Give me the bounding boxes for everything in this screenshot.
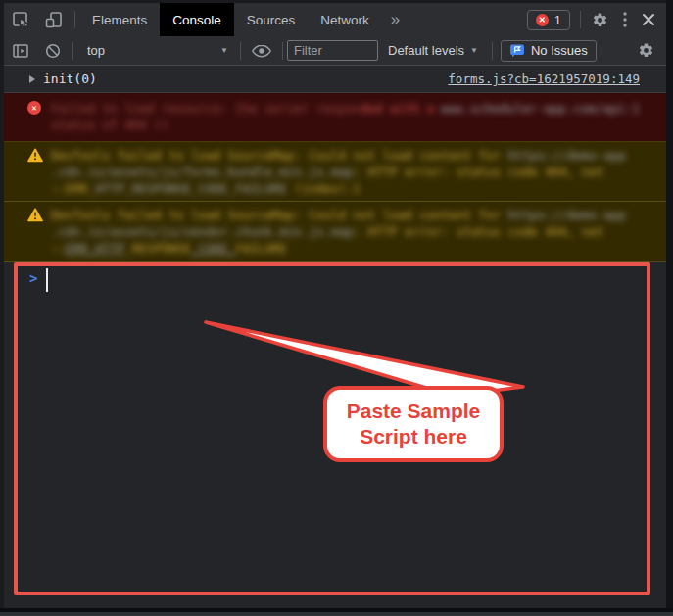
trace-text: init(0) xyxy=(43,71,97,86)
tab-console[interactable]: Console xyxy=(160,3,234,36)
window-frame xyxy=(666,0,673,616)
gear-icon xyxy=(638,42,654,59)
window-frame xyxy=(0,0,4,616)
tab-elements[interactable]: Elements xyxy=(79,3,160,36)
redacted-segment: : HTTP error: status code 404, net xyxy=(354,164,604,180)
inspect-element-button[interactable] xyxy=(4,3,37,36)
device-toolbar-icon xyxy=(44,10,64,29)
inspect-cursor-icon xyxy=(11,10,30,29)
redacted-segment: status of 404 () xyxy=(51,117,168,133)
chevron-down-icon: ▼ xyxy=(220,46,228,55)
error-count: 1 xyxy=(554,13,561,27)
context-value: top xyxy=(87,43,105,58)
tab-sources[interactable]: Sources xyxy=(234,3,309,36)
redacted-segment: _RESPONSE xyxy=(124,240,191,257)
divider xyxy=(282,42,283,60)
error-circle-icon: ✕ xyxy=(536,14,549,26)
eye-icon xyxy=(252,44,271,58)
more-tabs-icon[interactable]: » xyxy=(382,3,409,36)
console-message-warning-2[interactable]: DevTools failed to load SourceMap: Could… xyxy=(4,202,666,262)
javascript-context-selector[interactable]: top ▼ xyxy=(77,43,236,58)
devtools-window: Elements Console Sources Network » ✕ 1 xyxy=(0,0,673,616)
show-console-sidebar-button[interactable] xyxy=(4,41,37,61)
divider xyxy=(580,11,581,28)
issues-label: No Issues xyxy=(531,43,588,58)
redacted-segment: ::ERR_ xyxy=(51,180,95,197)
text-cursor xyxy=(46,268,48,292)
console-settings-button[interactable] xyxy=(631,42,661,59)
console-toolbar: top ▼ Default levels ▼ xyxy=(4,36,666,66)
redacted-segment: _CODE_ xyxy=(191,240,235,257)
console-message-warning-1[interactable]: DevTools failed to load SourceMap: Could… xyxy=(4,142,666,202)
error-count-badge[interactable]: ✕ 1 xyxy=(527,10,570,30)
expand-triangle-icon[interactable] xyxy=(29,75,35,83)
redacted-segment: .cdn.io/assets/js/forms.bundle.min.js.ma… xyxy=(51,164,354,180)
redacted-segment: (index):1 xyxy=(287,180,361,197)
redacted-segment: ERR_HTTP xyxy=(66,240,124,257)
log-levels-dropdown[interactable]: Default levels ▼ xyxy=(378,43,488,58)
redacted-segment: HTTP_RESPONSE_CODE_FAILURE xyxy=(95,180,287,197)
customize-devtools-button[interactable] xyxy=(615,11,635,28)
console-message-error[interactable]: ✕ Failed to load resource: the server re… xyxy=(4,93,666,142)
callout-text-line1: Paste Sample xyxy=(347,399,481,424)
divider xyxy=(72,42,73,60)
divider xyxy=(74,11,75,28)
callout-text-line2: Script here xyxy=(360,424,467,450)
error-circle-icon: ✕ xyxy=(27,101,41,115)
settings-button[interactable] xyxy=(585,12,615,28)
warning-triangle-icon xyxy=(27,208,43,222)
redacted-segment: https://demo-app xyxy=(508,147,626,164)
clear-console-button[interactable] xyxy=(37,42,69,60)
redacted-segment: :: xyxy=(51,240,66,257)
warning-icon-cell xyxy=(27,207,51,226)
redacted-segment: ded with a xyxy=(361,100,434,117)
console-messages: init(0) forms.js?cb=1621957019:149 ✕ Fai… xyxy=(4,66,666,262)
warning-triangle-icon xyxy=(27,148,43,163)
issues-flag-icon xyxy=(509,43,525,58)
warning-icon-cell xyxy=(27,147,51,166)
console-message-trace[interactable]: init(0) forms.js?cb=1621957019:149 xyxy=(4,66,666,93)
tab-network[interactable]: Network xyxy=(308,3,382,36)
gear-icon xyxy=(592,12,608,28)
redacted-segment: DevTools failed to load SourceMap: Could… xyxy=(51,147,508,164)
redacted-segment: FAILURE xyxy=(235,240,287,257)
redacted-segment: : HTTP error: status code 404, net xyxy=(354,223,604,240)
warning-text-redacted: DevTools failed to load SourceMap: Could… xyxy=(51,207,640,257)
devtools-tabs-bar: Elements Console Sources Network » ✕ 1 xyxy=(4,3,666,36)
live-expression-button[interactable] xyxy=(245,44,278,58)
kebab-menu-icon xyxy=(622,11,628,28)
filter-input[interactable] xyxy=(287,40,378,61)
redacted-segment: Failed to load resource: the server resp… xyxy=(51,100,361,117)
chevron-down-icon: ▼ xyxy=(470,46,478,55)
levels-label: Default levels xyxy=(388,43,464,58)
close-devtools-button[interactable] xyxy=(635,13,662,26)
divider xyxy=(492,42,493,60)
sidebar-toggle-icon xyxy=(11,41,30,61)
error-text-redacted: Failed to load resource: the server resp… xyxy=(51,100,640,133)
redacted-segment: https://demo-app xyxy=(508,207,626,223)
issues-badge[interactable]: No Issues xyxy=(501,40,597,62)
window-frame xyxy=(0,0,673,3)
annotation-callout: Paste Sample Script here xyxy=(323,386,504,462)
warning-text-redacted: DevTools failed to load SourceMap: Could… xyxy=(51,147,640,197)
redacted-segment: .cdn.io/assets/js/vendor.chunk.min.js.ma… xyxy=(51,223,354,240)
redacted-source-link: www.scheduler-app.com/api:1 xyxy=(441,100,640,117)
source-link[interactable]: forms.js?cb=1621957019:149 xyxy=(448,71,640,86)
divider xyxy=(240,42,241,60)
error-icon-cell: ✕ xyxy=(27,100,51,115)
toggle-device-toolbar-button[interactable] xyxy=(37,3,71,36)
window-frame xyxy=(0,612,673,616)
redacted-segment: DevTools failed to load SourceMap: Could… xyxy=(51,207,508,223)
console-prompt-icon: > xyxy=(29,270,37,286)
clear-console-icon xyxy=(44,42,62,60)
close-icon xyxy=(642,13,655,26)
